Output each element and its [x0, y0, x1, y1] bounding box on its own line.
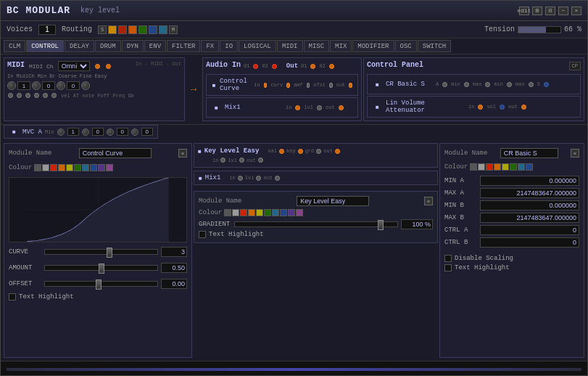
mvc-knob-4[interactable] [131, 128, 138, 136]
knob-fine[interactable] [57, 81, 65, 90]
offset-value[interactable] [161, 279, 187, 289]
close-btn[interactable]: × [571, 7, 581, 15]
knob-coarse[interactable] [32, 81, 41, 90]
midi-coarse-input[interactable] [42, 81, 55, 90]
tab-midi[interactable]: MIDI [277, 40, 303, 52]
kl-swatch-gray[interactable] [224, 209, 231, 216]
left-close-btn[interactable]: × [178, 149, 187, 158]
swatch-blue[interactable] [90, 164, 97, 171]
audio-port-02-in[interactable] [272, 64, 277, 69]
routing-o[interactable] [128, 25, 137, 34]
swatch-pink[interactable] [106, 164, 113, 171]
swatch-cyan[interactable] [82, 164, 89, 171]
disable-scaling-checkbox[interactable] [444, 255, 452, 262]
midi-port-out2[interactable] [106, 64, 111, 69]
mix1-port-out[interactable] [339, 105, 344, 110]
tab-control[interactable]: CONTROL [26, 40, 64, 52]
swatch-purple[interactable] [98, 164, 105, 171]
text-highlight-checkbox-left[interactable] [9, 293, 16, 301]
ctrl-b-input[interactable] [480, 237, 579, 248]
port-foff[interactable] [34, 93, 39, 98]
tab-drum[interactable]: DRUM [95, 40, 121, 52]
cr-port-s[interactable] [544, 82, 549, 87]
kl-swatch-purple[interactable] [288, 209, 295, 216]
routing-c[interactable] [159, 25, 167, 34]
load-btn[interactable]: ⊟ [545, 7, 555, 15]
mvc-knob-3[interactable] [107, 128, 114, 136]
mvc-knob-min[interactable] [57, 128, 65, 136]
swatch-green[interactable] [74, 164, 81, 171]
kl-port-key[interactable] [298, 149, 303, 154]
cr-port-max[interactable] [485, 82, 490, 87]
curve-slider[interactable] [44, 249, 158, 255]
routing-r[interactable] [118, 25, 127, 34]
tab-switch[interactable]: SWITCH [418, 40, 451, 52]
tab-logical[interactable]: LOGICAL [239, 40, 276, 52]
mix1c-port-out[interactable] [275, 176, 280, 181]
mvc-val-3[interactable] [117, 128, 128, 136]
kl-port-out[interactable] [335, 149, 340, 154]
right-close-btn[interactable]: × [571, 149, 579, 158]
left-module-name-input[interactable] [79, 148, 152, 158]
r-swatch-orange[interactable] [494, 163, 501, 171]
lin-port-out[interactable] [521, 105, 526, 110]
cc-port-amf[interactable] [307, 83, 310, 88]
mix1-port-in[interactable] [295, 105, 300, 110]
min-a-input[interactable] [480, 176, 579, 186]
kl-swatch-red[interactable] [240, 209, 247, 216]
audio-port-02-out[interactable] [329, 64, 334, 69]
routing-s[interactable]: S [98, 25, 107, 34]
mix1-port-lvl[interactable] [317, 105, 322, 110]
routing-g[interactable] [138, 25, 147, 34]
voices-input[interactable] [38, 25, 56, 35]
gradient-slider[interactable] [234, 221, 398, 227]
ctrl-a-input[interactable] [480, 225, 579, 235]
r-swatch-lgray[interactable] [478, 163, 485, 171]
max-a-input[interactable] [480, 188, 579, 198]
minimize-btn[interactable]: − [558, 7, 568, 15]
r-swatch-cyan[interactable] [518, 163, 525, 171]
r-swatch-red[interactable] [486, 163, 493, 171]
tab-env[interactable]: ENV [144, 40, 166, 52]
max-b-input[interactable] [480, 213, 579, 223]
r-swatch-green[interactable] [510, 163, 517, 171]
port-gb[interactable] [51, 93, 57, 98]
midi-fine-input[interactable] [67, 81, 80, 90]
lin-port-vol[interactable] [500, 105, 505, 110]
lin-port-in[interactable] [478, 105, 483, 110]
gradient-value[interactable] [401, 219, 433, 229]
cr-port-a[interactable] [442, 82, 447, 87]
offset-slider[interactable] [44, 281, 158, 287]
tab-osc[interactable]: OSC [395, 40, 417, 52]
routing-y1[interactable] [108, 25, 117, 34]
offset-thumb[interactable] [96, 279, 102, 290]
audio-port-01-in[interactable] [253, 64, 258, 69]
kl-port-grd[interactable] [316, 149, 321, 154]
port-at[interactable] [17, 93, 22, 98]
tab-filter[interactable]: FILTER [167, 40, 200, 52]
mvc-min-val[interactable] [67, 128, 79, 136]
r-swatch-gray[interactable] [470, 163, 477, 171]
cr-port-min[interactable] [464, 82, 469, 87]
routing-m[interactable]: M [169, 25, 178, 34]
swatch-gray[interactable] [34, 164, 41, 171]
tab-delay[interactable]: DELAY [65, 40, 94, 52]
knob-easy[interactable] [81, 81, 90, 90]
tab-misc[interactable]: MISC [304, 40, 330, 52]
cr-port-max2[interactable] [529, 82, 534, 87]
tab-dyn[interactable]: DYN [122, 40, 144, 52]
midi-ch-select[interactable]: Omni [58, 61, 90, 71]
r-swatch-yellow[interactable] [502, 163, 509, 171]
curve-value[interactable] [161, 247, 187, 257]
amount-slider[interactable] [44, 265, 158, 271]
kl-swatch-pink[interactable] [296, 209, 303, 216]
swatch-lgray[interactable] [42, 164, 49, 171]
edit-btn[interactable]: edit [519, 7, 529, 15]
kl-swatch-cyan[interactable] [272, 209, 279, 216]
kl-port-out2[interactable] [258, 158, 263, 163]
cr-port-min2[interactable] [507, 82, 512, 87]
swatch-yellow[interactable] [66, 164, 73, 171]
cc-port-in[interactable] [264, 83, 268, 88]
kl-swatch-yellow[interactable] [256, 209, 263, 216]
tab-io[interactable]: IO [220, 40, 238, 52]
